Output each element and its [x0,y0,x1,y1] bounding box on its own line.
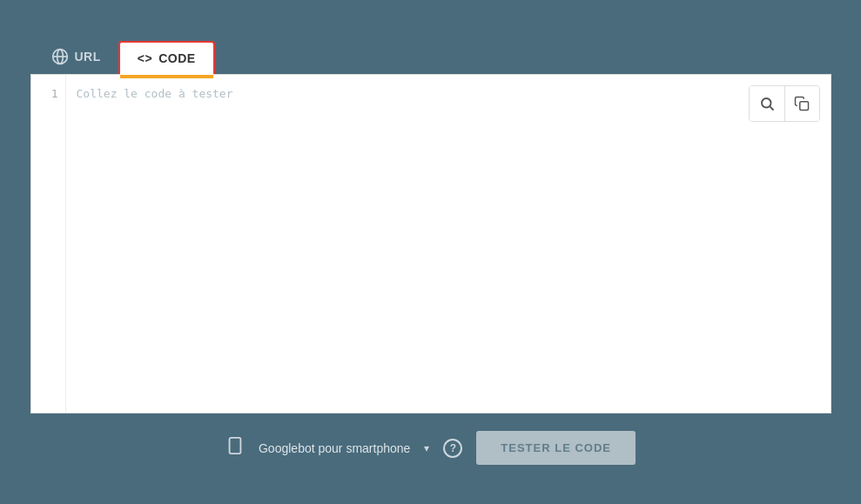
svg-point-3 [762,98,771,108]
main-container: URL <> CODE 1 Collez le code à tester [30,39,831,465]
smartphone-icon [225,436,245,460]
tab-code-label: CODE [158,51,195,65]
svg-rect-5 [800,102,809,111]
device-selector-label: Googlebot pour smartphone [259,441,410,455]
editor-wrapper: 1 Collez le code à tester [30,74,831,413]
line-numbers: 1 [31,75,66,413]
tab-url-label: URL [75,50,101,64]
bottom-toolbar: Googlebot pour smartphone ▾ ? TESTER LE … [30,413,831,465]
tab-code[interactable]: <> CODE [118,41,215,74]
editor-placeholder: Collez le code à tester [77,87,233,100]
help-label: ? [450,442,456,454]
tab-url[interactable]: URL [34,39,118,74]
tab-active-underline [120,75,213,78]
dropdown-arrow-icon[interactable]: ▾ [424,442,429,454]
editor-actions [749,85,820,122]
svg-line-4 [770,106,773,110]
help-button[interactable]: ? [443,439,462,458]
search-button[interactable] [750,86,784,121]
editor-content[interactable]: Collez le code à tester [66,75,831,413]
tabs-row: URL <> CODE [30,39,831,74]
copy-button[interactable] [784,86,819,121]
test-code-button[interactable]: TESTER LE CODE [476,431,636,465]
globe-icon [51,48,69,65]
search-icon [759,96,775,111]
code-brackets-icon: <> [138,51,152,65]
copy-icon [794,96,810,111]
line-number-1: 1 [51,87,58,100]
svg-rect-6 [230,438,241,454]
